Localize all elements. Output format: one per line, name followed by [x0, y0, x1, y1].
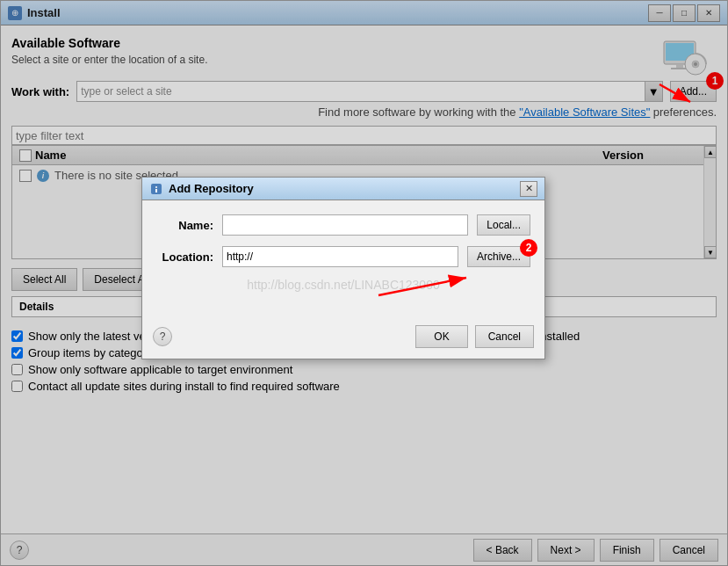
- dialog-body: Name: Local... Location: Archive... 2 ht…: [142, 200, 544, 320]
- dialog-name-label: Name:: [156, 219, 213, 232]
- dialog-location-label: Location:: [156, 250, 213, 264]
- dialog-name-row: Name: Local...: [156, 214, 530, 236]
- dialog-location-row: Location: Archive... 2: [156, 246, 530, 267]
- annotation-2: 2: [520, 239, 537, 257]
- local-button[interactable]: Local...: [477, 214, 530, 236]
- dialog-help-button[interactable]: ?: [153, 327, 172, 346]
- dialog-cancel-button[interactable]: Cancel: [475, 325, 534, 348]
- dialog-watermark: http://blog.csdn.net/LINABC123000: [156, 278, 530, 292]
- dialog-name-input[interactable]: [222, 214, 468, 236]
- dialog-overlay: Add Repository ✕ Name: Local... Location…: [1, 1, 727, 565]
- add-repository-dialog: Add Repository ✕ Name: Local... Location…: [141, 177, 545, 359]
- svg-point-8: [155, 186, 157, 188]
- dialog-icon: [149, 182, 163, 196]
- dialog-location-input[interactable]: [222, 246, 458, 267]
- dialog-close-button[interactable]: ✕: [520, 181, 537, 197]
- dialog-ok-button[interactable]: OK: [415, 325, 467, 348]
- dialog-title-bar: Add Repository ✕: [142, 178, 544, 200]
- dialog-footer: ? OK Cancel: [142, 320, 544, 359]
- dialog-title: Add Repository: [169, 182, 520, 195]
- svg-rect-9: [155, 189, 157, 192]
